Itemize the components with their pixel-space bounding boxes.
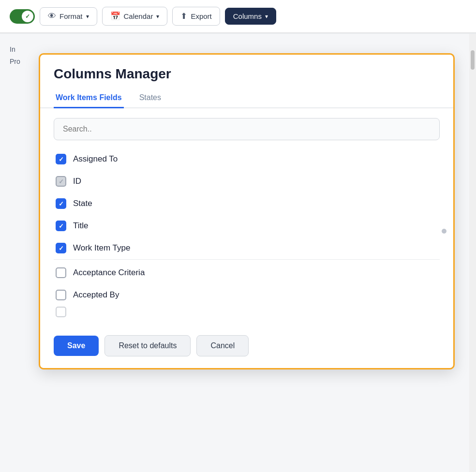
list-item[interactable]: ✓ Title — [54, 215, 440, 237]
checkbox-label-assigned-to: Assigned To — [73, 154, 118, 164]
cancel-button[interactable]: Cancel — [196, 335, 249, 356]
checkbox-state[interactable]: ✓ — [56, 198, 66, 209]
checkbox-acceptance-criteria[interactable] — [56, 267, 66, 278]
checkbox-title[interactable]: ✓ — [56, 221, 66, 231]
tab-states[interactable]: States — [137, 88, 163, 108]
checkbox-label-title: Title — [73, 221, 89, 231]
modal-footer: Save Reset to defaults Cancel — [40, 325, 453, 368]
checkbox-assigned-to[interactable]: ✓ — [56, 154, 66, 164]
list-item-partial[interactable] — [54, 306, 440, 318]
format-button[interactable]: 👁 Format ▾ — [40, 7, 97, 26]
checkbox-label-work-item-type: Work Item Type — [73, 243, 130, 253]
list-item[interactable]: ✓ Work Item Type — [54, 237, 440, 260]
calendar-label: Calendar — [124, 12, 153, 20]
search-input[interactable] — [54, 118, 440, 140]
checkbox-work-item-type[interactable]: ✓ — [56, 243, 66, 253]
checkbox-label-accepted-by: Accepted By — [73, 290, 119, 300]
export-button[interactable]: ⬆ Export — [172, 7, 220, 26]
columns-label: Columns — [233, 12, 262, 20]
scrollbar-thumb[interactable] — [471, 50, 475, 70]
tab-work-items-fields[interactable]: Work Items Fields — [54, 88, 124, 108]
calendar-button[interactable]: 📅 Calendar ▾ — [102, 7, 168, 26]
checkbox-label-acceptance-criteria: Acceptance Criteria — [73, 268, 145, 278]
toggle-switch[interactable]: ✓ — [10, 9, 35, 24]
reset-to-defaults-button[interactable]: Reset to defaults — [104, 335, 191, 356]
list-item[interactable]: ✓ ID — [54, 170, 440, 192]
checkbox-id[interactable]: ✓ — [56, 176, 66, 187]
modal-header: Columns Manager Work Items Fields States — [40, 55, 453, 108]
scroll-indicator — [442, 229, 446, 234]
checkbox-list: ✓ Assigned To ✓ ID ✓ State ✓ T — [54, 148, 440, 318]
modal-title: Columns Manager — [54, 66, 440, 82]
toolbar: ✓ 👁 Format ▾ 📅 Calendar ▾ ⬆ Export Colum… — [0, 0, 476, 33]
columns-chevron-icon: ▾ — [265, 13, 268, 20]
list-item[interactable]: ✓ State — [54, 192, 440, 215]
list-item[interactable]: Accepted By — [54, 284, 440, 306]
checkbox-partial-item[interactable] — [56, 307, 66, 317]
columns-button[interactable]: Columns ▾ — [225, 8, 276, 25]
eye-icon: 👁 — [48, 12, 56, 21]
calendar-chevron-icon: ▾ — [156, 13, 159, 20]
format-label: Format — [60, 12, 83, 20]
export-label: Export — [191, 12, 211, 20]
format-chevron-icon: ▾ — [86, 13, 89, 20]
list-item[interactable]: Acceptance Criteria — [54, 262, 440, 284]
checkbox-accepted-by[interactable] — [56, 290, 66, 300]
columns-manager-modal: Columns Manager Work Items Fields States… — [39, 53, 455, 369]
list-item[interactable]: ✓ Assigned To — [54, 148, 440, 170]
scrollbar-track[interactable] — [469, 34, 476, 472]
save-button[interactable]: Save — [54, 336, 99, 356]
export-icon: ⬆ — [180, 11, 187, 21]
checkbox-label-id: ID — [73, 177, 81, 186]
modal-body: ✓ Assigned To ✓ ID ✓ State ✓ T — [40, 108, 453, 318]
checkbox-label-state: State — [73, 199, 92, 208]
toggle-knob: ✓ — [22, 11, 33, 22]
calendar-icon: 📅 — [110, 11, 120, 21]
modal-tabs: Work Items Fields States — [40, 88, 453, 108]
